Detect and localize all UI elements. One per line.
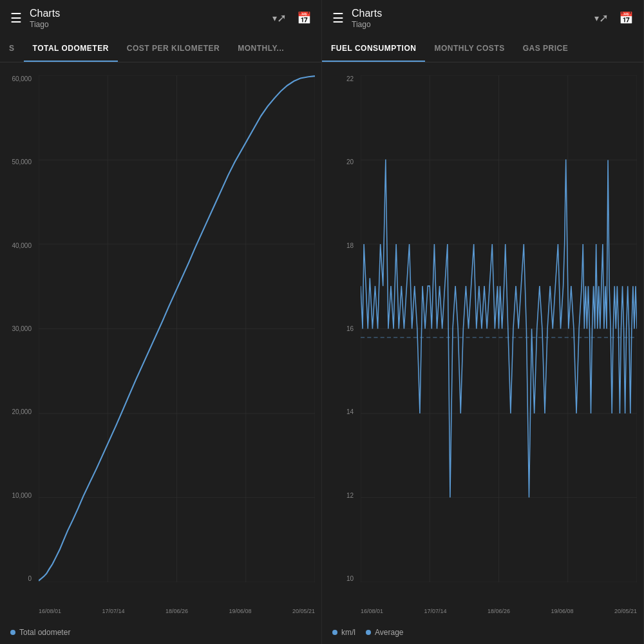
right-header-title: Charts Tiago [352, 7, 592, 28]
rx-label-1: 16/08/01 [361, 608, 383, 614]
right-legend-label-kml: km/l [341, 628, 355, 637]
right-legend-dot-kml [332, 630, 337, 635]
y-label-50k: 50,000 [12, 158, 32, 166]
right-tab-gas-price[interactable]: GAS PRICE [514, 36, 578, 62]
right-chart-svg [361, 75, 637, 582]
right-legend: km/l Average [322, 621, 643, 644]
y-label-10k: 10,000 [12, 492, 32, 499]
left-calendar-icon[interactable]: 📅 [297, 11, 311, 25]
right-menu-icon[interactable]: ☰ [332, 10, 344, 26]
y-label-30k: 30,000 [12, 325, 32, 332]
right-header-icons: ➚ 📅 [599, 11, 633, 25]
rx-label-3: 18/06/26 [488, 608, 510, 614]
y-label-60k: 60,000 [12, 75, 32, 82]
x-label-3: 18/06/26 [166, 608, 188, 614]
left-tab-total-odometer[interactable]: TOTAL ODOMETER [24, 36, 118, 62]
rx-label-2: 17/07/14 [424, 608, 446, 614]
left-menu-icon[interactable]: ☰ [10, 10, 22, 26]
ry-label-20: 20 [346, 158, 354, 166]
y-label-20k: 20,000 [12, 408, 32, 415]
rx-label-4: 19/06/08 [551, 608, 573, 614]
left-header-icons: ➚ 📅 [277, 11, 311, 25]
left-tab-monthly[interactable]: MONTHLY... [229, 36, 293, 62]
left-header-title: Charts Tiago [30, 7, 270, 28]
left-legend-label: Total odometer [19, 628, 70, 637]
ry-label-14: 14 [346, 408, 354, 415]
left-trend-icon[interactable]: ➚ [277, 11, 287, 25]
x-label-4: 19/06/08 [229, 608, 251, 614]
right-tabs: FUEL CONSUMPTION MONTHLY COSTS GAS PRICE [322, 36, 643, 62]
ry-label-18: 18 [346, 242, 354, 249]
right-sub-name: Tiago [352, 20, 592, 29]
right-tab-fuel[interactable]: FUEL CONSUMPTION [322, 36, 425, 62]
left-tab-s[interactable]: S [0, 36, 24, 62]
left-app-name: Charts [30, 7, 270, 19]
right-legend-dot-avg [366, 630, 371, 635]
left-tabs: S TOTAL ODOMETER COST PER KILOMETER MONT… [0, 36, 321, 62]
left-legend: Total odometer [0, 621, 321, 644]
right-panel: ☰ Charts Tiago ▾ ➚ 📅 FUEL CONSUMPTION MO… [322, 0, 644, 644]
right-legend-label-avg: Average [375, 628, 403, 637]
y-label-40k: 40,000 [12, 242, 32, 249]
left-header: ☰ Charts Tiago ▾ ➚ 📅 [0, 0, 321, 36]
x-label-5: 20/05/21 [292, 608, 315, 614]
right-legend-item-avg: Average [366, 628, 403, 637]
right-header: ☰ Charts Tiago ▾ ➚ 📅 [322, 0, 643, 36]
right-legend-item-kml: km/l [332, 628, 355, 637]
left-panel: ☰ Charts Tiago ▾ ➚ 📅 S TOTAL ODOMETER CO… [0, 0, 322, 644]
ry-label-22: 22 [346, 75, 354, 82]
left-legend-item: Total odometer [10, 628, 70, 637]
ry-label-16: 16 [346, 325, 354, 332]
left-legend-dot [10, 630, 15, 635]
left-chart-svg-2 [39, 75, 315, 582]
ry-label-10: 10 [346, 575, 354, 582]
right-dropdown-icon[interactable]: ▾ [594, 13, 599, 23]
rx-label-5: 20/05/21 [614, 608, 637, 614]
right-tab-monthly-costs[interactable]: MONTHLY COSTS [425, 36, 513, 62]
right-trend-icon[interactable]: ➚ [599, 11, 609, 25]
left-chart-area: 60,000 50,000 40,000 30,000 20,000 10,00… [0, 62, 321, 621]
left-tab-cost-per-km[interactable]: COST PER KILOMETER [118, 36, 229, 62]
ry-label-12: 12 [346, 492, 354, 499]
right-chart-area: 22 20 18 16 14 12 10 [322, 62, 643, 621]
x-label-1: 16/08/01 [39, 608, 61, 614]
y-label-0: 0 [28, 575, 32, 582]
left-dropdown-icon[interactable]: ▾ [272, 13, 277, 23]
left-sub-name: Tiago [30, 20, 270, 29]
right-calendar-icon[interactable]: 📅 [619, 11, 633, 25]
right-app-name: Charts [352, 7, 592, 19]
x-label-2: 17/07/14 [102, 608, 124, 614]
